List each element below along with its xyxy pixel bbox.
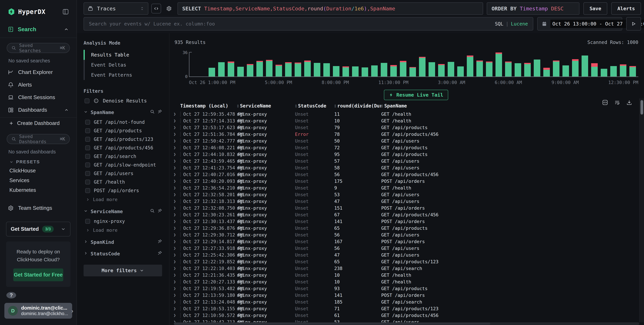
search-icon[interactable] [150,208,155,214]
histogram-bar[interactable] [610,52,617,76]
histogram-bar[interactable] [218,52,225,76]
table-row[interactable]: ❯Oct 27 12:51:36.784 PMnginx-proxyError7… [172,131,644,137]
filter-group-servicename[interactable]: ServiceName [84,208,162,214]
expand-row-icon[interactable]: ❯ [172,199,180,204]
table-row[interactable]: ❯Oct 27 12:20:27.133 PMnginx-proxyUnset1… [172,278,644,285]
sidebar-item-client-sessions[interactable]: Client Sessions [0,91,76,104]
get-started-free-button[interactable]: Get Started for Free [13,269,64,281]
table-row[interactable]: ❯Oct 27 12:44:10.832 PMnginx-proxyUnset9… [172,151,644,158]
expand-row-icon[interactable]: ❯ [172,132,180,136]
expand-row-icon[interactable]: ❯ [172,279,180,284]
table-row[interactable]: ❯Oct 27 12:32:18.313 PMnginx-proxyUnset4… [172,198,644,205]
order-by-editor[interactable]: ORDER BY Timestamp DESC [487,2,580,15]
table-row[interactable]: ❯Oct 27 12:57:14.313 PMnginx-proxyUnset1… [172,117,644,124]
expand-row-icon[interactable]: ❯ [172,185,180,190]
expand-row-icon[interactable]: ❯ [172,300,180,304]
collapse-sidebar-icon[interactable] [62,8,69,15]
expand-row-icon[interactable]: ❯ [172,206,180,210]
histogram-bar[interactable] [410,52,416,76]
code-block-icon[interactable] [602,99,608,105]
histogram-bar[interactable] [582,52,588,76]
histogram-bar[interactable] [601,52,607,76]
expand-row-icon[interactable]: ❯ [172,219,180,224]
histogram-bar[interactable] [323,52,330,76]
sidebar-item-chart-explorer[interactable]: Chart Explorer [0,66,76,78]
filter-option[interactable]: GET /api/products [84,126,162,135]
histogram-bar[interactable] [371,52,378,76]
table-row[interactable]: ❯Oct 27 12:30:13.437 PMnginx-proxyUnset1… [172,218,644,225]
table-row[interactable]: ❯Oct 27 12:50:42.777 PMnginx-proxyUnset5… [172,137,644,144]
histogram-bar[interactable] [476,52,483,76]
checkbox[interactable] [85,120,90,125]
checkbox[interactable] [85,137,90,142]
expand-row-icon[interactable]: ❯ [172,192,180,197]
chevron-right-icon[interactable] [84,239,88,245]
pin-icon[interactable] [158,239,162,245]
settings-gear-button[interactable] [164,4,174,13]
histogram-bar[interactable] [400,52,406,76]
column-header-servicename[interactable]: ⁞⁞ServiceName [237,103,295,109]
chevron-up-icon[interactable] [64,27,69,32]
histogram-bar[interactable] [562,52,569,76]
load-more-button[interactable]: Load more [84,195,162,203]
expand-row-icon[interactable]: ❯ [172,118,180,123]
analysis-mode-event-patterns[interactable]: Event Patterns [84,70,162,80]
table-row[interactable]: ❯Oct 27 12:22:19.852 PMnginx-proxyUnset6… [172,258,644,265]
presets-toggle[interactable]: PRESETS [0,157,76,166]
alerts-button[interactable]: Alerts [611,2,641,15]
expand-row-icon[interactable]: ❯ [172,306,180,311]
chevron-down-icon[interactable] [84,109,88,115]
histogram-bar[interactable] [591,52,598,76]
horizontal-scrollbar-thumb[interactable] [174,323,490,325]
table-row[interactable]: ❯Oct 27 12:13:59.180 PMnginx-proxyUnset1… [172,292,644,299]
checkbox[interactable] [85,154,90,159]
code-view-button[interactable] [151,4,161,13]
histogram-bar[interactable] [304,52,311,76]
histogram-bar[interactable] [553,52,560,76]
filter-group-statuscode[interactable]: StatusCode [84,251,162,257]
expand-row-icon[interactable]: ❯ [172,246,180,251]
filter-group-spanname[interactable]: SpanName [84,109,162,115]
histogram-bar[interactable] [276,52,282,76]
histogram-bar[interactable] [237,52,244,76]
saved-dashboards-input[interactable]: Saved Dashboards ⌘K [7,134,70,144]
table-row[interactable]: ❯Oct 27 12:36:54.210 PMnginx-proxyUnset9… [172,184,644,191]
pin-icon[interactable] [158,208,162,214]
filter-option[interactable]: GET /api/search [84,152,162,161]
column-resize-handle[interactable]: ⁞⁞ [381,104,382,108]
user-menu[interactable]: D dominic.tran@clic... dominic.tran@clic… [4,303,72,319]
expand-row-icon[interactable]: ❯ [172,239,180,244]
expand-row-icon[interactable]: ❯ [172,286,180,291]
help-button[interactable]: ? [6,292,16,299]
saved-searches-input[interactable]: Saved Searches ⌘K [7,43,70,53]
histogram-bar[interactable] [572,52,578,76]
checkbox[interactable] [84,98,90,103]
horizontal-scrollbar[interactable] [174,322,639,325]
checkbox[interactable] [85,188,90,193]
sidebar-item-team-settings[interactable]: Team Settings [0,202,76,214]
table-row[interactable]: ❯Oct 27 12:40:20.093 PMnginx-proxyUnset1… [172,178,644,184]
expand-row-icon[interactable]: ❯ [172,232,180,237]
table-row[interactable]: ❯Oct 27 12:29:36.876 PMnginx-proxyUnset6… [172,225,644,231]
checkbox[interactable] [85,162,90,167]
histogram-bar[interactable] [448,52,454,76]
histogram-bar[interactable] [314,52,320,76]
expand-row-icon[interactable]: ❯ [172,179,180,183]
column-resize-handle[interactable]: ⁞⁞ [295,104,296,108]
table-row[interactable]: ❯Oct 27 12:46:08.221 PMnginx-proxyUnset7… [172,144,644,151]
expand-row-icon[interactable]: ❯ [172,273,180,277]
filter-option[interactable]: GET /health [84,178,162,186]
table-row[interactable]: ❯Oct 27 12:40:27.016 PMnginx-proxyUnset5… [172,171,644,178]
filter-option[interactable]: GET /api/products/123 [84,135,162,144]
sidebar-item-search[interactable]: Search [0,22,76,38]
histogram-bar[interactable] [381,52,387,76]
table-row[interactable]: ❯Oct 27 12:59:35.478 PMnginx-proxyUnset1… [172,111,644,117]
table-row[interactable]: ❯Oct 27 12:29:14.817 PMnginx-proxyUnset1… [172,238,644,245]
analysis-mode-results-table[interactable]: Results Table [84,50,162,60]
checkbox[interactable] [85,219,90,224]
histogram-bar[interactable] [228,52,234,76]
histogram-bar[interactable] [438,52,445,76]
histogram-bar[interactable] [457,52,464,76]
table-row[interactable]: ❯Oct 27 12:32:58.201 PMnginx-proxyUnset5… [172,191,644,198]
expand-row-icon[interactable]: ❯ [172,212,180,217]
